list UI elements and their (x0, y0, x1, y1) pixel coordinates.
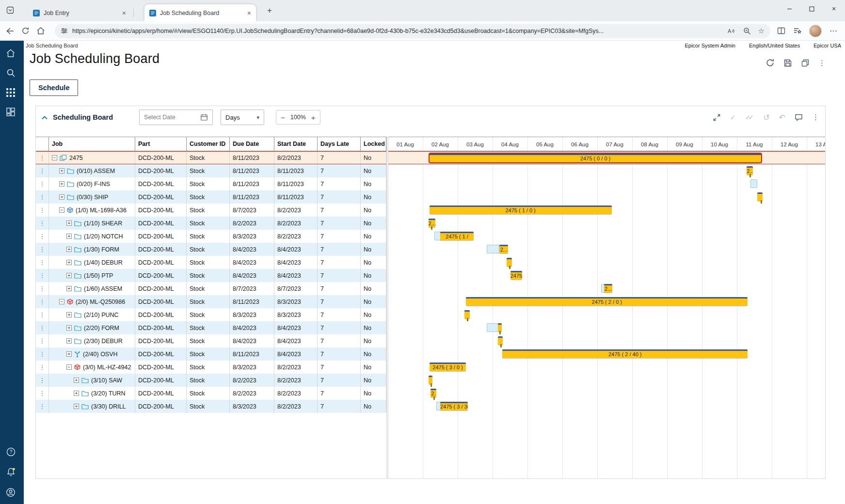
row-menu-icon[interactable]: ⋮ (36, 177, 49, 190)
table-row[interactable]: ⋮−(1/0) ML-1698-A36DCD-200-MLStock8/7/20… (36, 204, 386, 217)
row-menu-icon[interactable]: ⋮ (36, 321, 49, 334)
expand-row-icon[interactable]: + (59, 168, 64, 173)
more-icon[interactable]: ⋮ (812, 113, 819, 122)
table-row[interactable]: ⋮+(1/20) NOTCHDCD-200-MLStock8/3/20238/2… (36, 230, 386, 243)
expand-row-icon[interactable]: + (66, 351, 72, 357)
gantt-bar[interactable]: 2... (604, 284, 612, 293)
row-menu-icon[interactable]: ⋮ (36, 295, 49, 308)
schedule-button[interactable]: Schedule (30, 79, 78, 96)
column-header-start-date[interactable]: Start Date (274, 137, 318, 151)
collapse-row-icon[interactable]: − (66, 364, 72, 370)
table-row[interactable]: ⋮+(2/40) OSVHDCD-200-MLStock8/11/20238/4… (36, 347, 386, 361)
expand-row-icon[interactable]: + (66, 260, 72, 265)
table-row[interactable]: ⋮+(2/30) DEBURDCD-200-MLStock8/4/20238/4… (36, 334, 386, 347)
locale-label[interactable]: English/United States (749, 43, 800, 48)
read-aloud-icon[interactable]: A (727, 27, 736, 35)
tab-close-icon[interactable]: × (122, 10, 126, 16)
table-row[interactable]: ⋮−2475DCD-200-MLStock8/11/20238/2/20237N… (36, 151, 386, 164)
table-row[interactable]: ⋮+(2/20) FORMDCD-200-MLStock8/4/20238/4/… (36, 321, 386, 334)
collapse-row-icon[interactable]: − (59, 299, 64, 304)
collapse-panel-icon[interactable] (42, 116, 48, 120)
table-row[interactable]: ⋮−(2/0) ML-Q250986DCD-200-MLStock8/11/20… (36, 295, 386, 308)
row-menu-icon[interactable]: ⋮ (36, 374, 49, 387)
tab-job-scheduling-board[interactable]: Job Scheduling Board × (144, 4, 256, 21)
row-menu-icon[interactable]: ⋮ (36, 387, 49, 400)
table-row[interactable]: ⋮+(1/60) ASSEMDCD-200-MLStock8/7/20238/7… (36, 282, 386, 295)
help-icon[interactable]: ? (6, 447, 16, 457)
revert-icon[interactable]: ↶ (779, 113, 785, 122)
new-tab-button[interactable]: + (264, 6, 275, 16)
table-row[interactable]: ⋮+(3/10) SAWDCD-200-MLStock8/2/20238/2/2… (36, 374, 386, 387)
zoom-out-button[interactable]: − (281, 114, 285, 121)
expand-icon[interactable] (713, 113, 721, 122)
interval-select[interactable]: Days ▾ (221, 110, 264, 125)
gantt-bar[interactable]: 2475 (510, 271, 522, 280)
row-menu-icon[interactable]: ⋮ (36, 361, 49, 374)
calendar-icon[interactable] (200, 113, 208, 121)
overflow-icon[interactable]: ⋮ (818, 59, 826, 67)
expand-row-icon[interactable]: + (59, 194, 64, 200)
layouts-icon[interactable] (801, 59, 810, 67)
window-close-button[interactable]: × (823, 0, 845, 17)
column-header-part[interactable]: Part (135, 137, 187, 151)
expand-row-icon[interactable]: + (74, 404, 79, 409)
expand-row-icon[interactable]: + (66, 273, 72, 278)
row-menu-icon[interactable]: ⋮ (36, 282, 49, 295)
url-text[interactable]: https://epicorsi/kinetic/apps/erp/home/#… (72, 28, 721, 34)
site-info-icon[interactable] (61, 27, 68, 34)
table-row[interactable]: ⋮+(1/10) SHEARDCD-200-MLStock8/2/20238/2… (36, 217, 386, 230)
split-screen-icon[interactable] (777, 27, 785, 34)
gantt-bar[interactable]: 2475 ( 1 / (440, 232, 474, 240)
gantt-bar[interactable]: 2475 ( 2 / 0 ) (466, 297, 748, 306)
row-menu-icon[interactable]: ⋮ (36, 164, 49, 177)
search-icon[interactable] (6, 68, 16, 78)
table-row[interactable]: ⋮+(0/30) SHIPDCD-200-MLStock8/11/20238/1… (36, 190, 386, 204)
confirm-icon[interactable]: ✓ (730, 113, 736, 121)
collapse-row-icon[interactable]: − (59, 207, 64, 213)
window-minimize-button[interactable] (778, 0, 800, 17)
table-row[interactable]: ⋮+(0/10) ASSEMDCD-200-MLStock8/11/20238/… (36, 164, 386, 177)
column-header-days-late[interactable]: Days Late (318, 137, 361, 151)
expand-row-icon[interactable]: + (66, 325, 72, 331)
select-date-input[interactable]: Select Date (139, 110, 213, 125)
gantt-slack-bar[interactable] (750, 179, 757, 188)
table-row[interactable]: ⋮+(1/40) DEBURDCD-200-MLStock8/4/20238/4… (36, 256, 386, 269)
page-refresh-icon[interactable] (21, 27, 30, 35)
tab-job-entry[interactable]: Job Entry × (28, 4, 131, 21)
row-menu-icon[interactable]: ⋮ (36, 308, 49, 321)
row-menu-icon[interactable]: ⋮ (36, 243, 49, 256)
expand-row-icon[interactable]: + (66, 247, 72, 252)
table-row[interactable]: ⋮+(2/10) PUNCDCD-200-MLStock8/3/20238/3/… (36, 308, 386, 321)
row-menu-icon[interactable]: ⋮ (36, 347, 49, 361)
dashboard-icon[interactable] (6, 108, 15, 116)
zoom-in-button[interactable]: + (311, 114, 316, 121)
tab-close-icon[interactable]: × (247, 10, 251, 16)
row-menu-icon[interactable]: ⋮ (36, 190, 49, 204)
browser-home-icon[interactable] (36, 27, 45, 35)
table-row[interactable]: ⋮+(3/30) DRILLDCD-200-MLStock8/3/20238/2… (36, 400, 386, 413)
column-header-due-date[interactable]: Due Date (230, 137, 274, 151)
window-maximize-button[interactable] (800, 0, 823, 17)
table-row[interactable]: ⋮+(1/50) PTPDCD-200-MLStock8/4/20238/4/2… (36, 269, 386, 282)
comment-icon[interactable] (795, 113, 803, 121)
gantt-bar[interactable]: 2475 ( 1 / 0 ) (430, 205, 612, 214)
row-menu-icon[interactable]: ⋮ (36, 152, 49, 164)
favorites-bar-icon[interactable] (793, 27, 801, 34)
gantt-bar[interactable]: 2475 ( 0 / 0 ) (430, 154, 762, 162)
breadcrumb[interactable]: Job Scheduling Board (26, 43, 78, 48)
expand-row-icon[interactable]: + (66, 312, 72, 317)
undo-icon[interactable]: ↺ (763, 113, 769, 122)
gantt-bar[interactable]: 2475 ( 2 / 40 ) (502, 349, 748, 358)
gantt-bar[interactable]: 2475 ( 3 / 0 ) (430, 362, 466, 371)
profile-avatar[interactable] (809, 25, 822, 37)
table-row[interactable]: ⋮+(1/30) FORMDCD-200-MLStock8/4/20238/4/… (36, 243, 386, 256)
row-menu-icon[interactable]: ⋮ (36, 400, 49, 413)
table-row[interactable]: ⋮+(3/20) TURNDCD-200-MLStock8/2/20238/2/… (36, 387, 386, 400)
gantt-bar[interactable]: 2475 ( 3 / 30 (440, 402, 468, 410)
gantt-bar[interactable]: 2... (499, 245, 508, 253)
confirm-all-icon[interactable]: ✓✓ (745, 113, 754, 121)
expand-row-icon[interactable]: + (74, 378, 79, 383)
row-menu-icon[interactable]: ⋮ (36, 334, 49, 347)
column-header-locked[interactable]: Locked (361, 137, 386, 151)
table-row[interactable]: ⋮+(0/20) F-INSDCD-200-MLStock8/11/20238/… (36, 177, 386, 190)
